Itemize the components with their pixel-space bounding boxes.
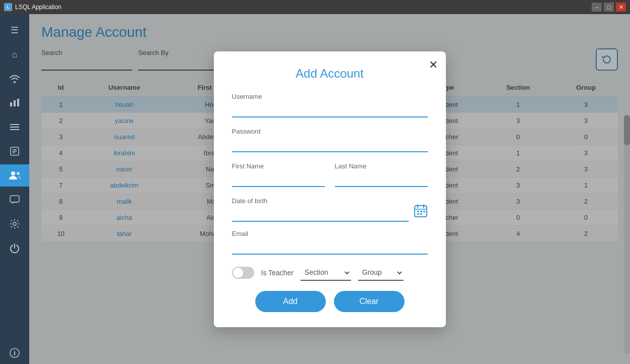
bottom-options-row: Is Teacher Section 1 2 3 4 Group 1 2 3 <box>232 265 428 281</box>
email-label: Email <box>232 230 428 237</box>
modal-actions: Add Clear <box>232 291 428 312</box>
modal-close-button[interactable]: ✕ <box>429 58 438 72</box>
firstname-label: First Name <box>232 162 325 170</box>
add-account-modal: ✕ Add Account Username Password First Na… <box>214 51 446 327</box>
svg-rect-0 <box>10 102 12 106</box>
svg-point-13 <box>13 222 16 225</box>
titlebar: L LSQL Application – □ ✕ <box>0 0 630 14</box>
svg-rect-21 <box>417 211 419 212</box>
sidebar-item-info[interactable] <box>0 342 29 364</box>
sidebar: ☰ ⌂ <box>0 14 29 364</box>
email-input[interactable] <box>232 239 428 255</box>
calendar-icon[interactable] <box>414 204 428 221</box>
dob-field: Date of birth <box>232 197 409 222</box>
sidebar-item-power[interactable] <box>0 237 29 259</box>
svg-rect-12 <box>10 196 19 202</box>
sidebar-item-wifi[interactable] <box>0 68 29 90</box>
clear-button[interactable]: Clear <box>334 291 405 312</box>
sidebar-item-users[interactable] <box>0 164 29 187</box>
titlebar-buttons: – □ ✕ <box>592 3 626 12</box>
email-group: Email <box>232 230 428 255</box>
svg-point-10 <box>11 171 15 175</box>
svg-rect-3 <box>10 124 19 125</box>
lastname-group: Last Name <box>335 162 428 187</box>
sidebar-item-home[interactable]: ⌂ <box>0 43 29 66</box>
svg-rect-5 <box>10 129 19 130</box>
firstname-input[interactable] <box>232 172 325 187</box>
maximize-button[interactable]: □ <box>604 3 614 12</box>
dob-group: Date of birth <box>232 197 428 222</box>
username-group: Username <box>232 93 428 117</box>
is-teacher-toggle[interactable] <box>232 267 254 279</box>
username-input[interactable] <box>232 102 428 117</box>
firstname-group: First Name <box>232 162 325 187</box>
svg-point-16 <box>14 351 15 352</box>
content-area: Manage Account Search Search By + <box>29 14 630 364</box>
lastname-label: Last Name <box>335 162 428 170</box>
is-teacher-label: Is Teacher <box>261 269 294 277</box>
password-input[interactable] <box>232 137 428 152</box>
minimize-button[interactable]: – <box>592 3 602 12</box>
modal-overlay: ✕ Add Account Username Password First Na… <box>29 14 630 364</box>
sidebar-item-list[interactable] <box>0 116 29 138</box>
username-label: Username <box>232 93 428 100</box>
svg-rect-2 <box>17 99 19 106</box>
modal-title: Add Account <box>232 67 428 81</box>
svg-point-11 <box>17 172 20 175</box>
password-group: Password <box>232 128 428 152</box>
app-icon: L <box>4 3 12 11</box>
sidebar-item-report[interactable] <box>0 140 29 162</box>
svg-rect-4 <box>10 127 19 128</box>
titlebar-title: LSQL Application <box>15 4 592 11</box>
sidebar-item-settings[interactable] <box>0 213 29 235</box>
svg-rect-25 <box>423 211 425 212</box>
password-label: Password <box>232 128 428 135</box>
group-dropdown[interactable]: Group 1 2 3 <box>358 265 404 281</box>
dob-label: Date of birth <box>232 197 409 205</box>
section-dropdown[interactable]: Section 1 2 3 4 <box>301 265 351 281</box>
svg-rect-1 <box>14 100 16 106</box>
name-row: First Name Last Name <box>232 162 428 197</box>
sidebar-item-chat[interactable] <box>0 189 29 211</box>
sidebar-item-menu[interactable]: ☰ <box>0 19 29 41</box>
svg-rect-23 <box>417 213 419 215</box>
app-close-button[interactable]: ✕ <box>616 3 626 12</box>
add-button[interactable]: Add <box>255 291 326 312</box>
svg-rect-22 <box>420 211 422 212</box>
lastname-input[interactable] <box>335 172 428 187</box>
sidebar-item-chart[interactable] <box>0 92 29 114</box>
main-container: ☰ ⌂ <box>0 14 630 364</box>
dob-input[interactable] <box>232 207 409 222</box>
svg-rect-24 <box>420 213 422 215</box>
